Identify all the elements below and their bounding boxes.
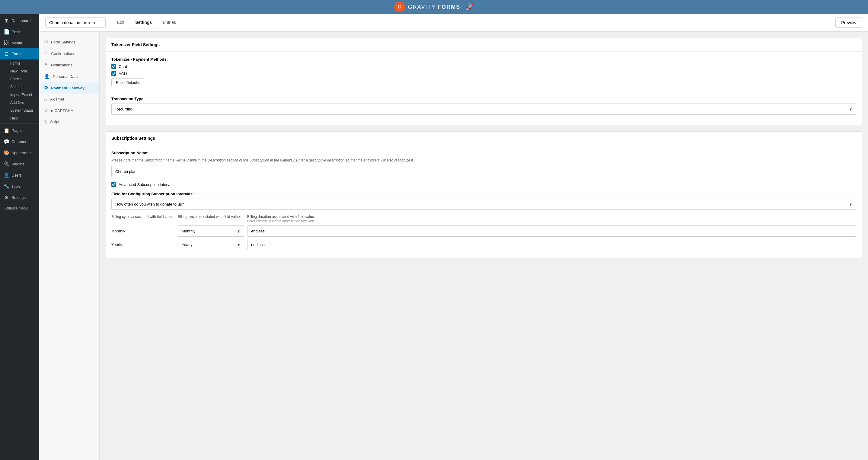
form-selector[interactable]: Church donation form ▼ (45, 18, 105, 28)
tab-entries[interactable]: Entries (157, 17, 181, 28)
ach-label: ACH (119, 71, 127, 76)
nav-form-settings[interactable]: ⚙ Form Settings (39, 36, 99, 48)
advanced-intervals-checkbox[interactable] (112, 182, 116, 187)
tools-icon: 🔧 (4, 184, 9, 189)
billing-cycle-yearly-select[interactable]: Monthly Yearly Weekly Daily (178, 239, 244, 250)
billing-cycle-monthly-select[interactable]: Monthly Yearly Weekly Daily (178, 225, 244, 237)
sidebar-item-forms-forms[interactable]: Forms (7, 59, 39, 67)
card-checkbox-row: Card (112, 64, 856, 69)
sidebar-item-label: Appearance (11, 151, 33, 155)
content-area: Church donation form ▼ Edit Settings Ent… (39, 14, 868, 460)
advanced-intervals-label: Advanced Subscription intervals (119, 182, 175, 187)
reset-defaults-button[interactable]: Reset Defaults (112, 79, 144, 87)
nav-label: Personal Data (53, 74, 78, 79)
transaction-type-wrapper: Recurring One-time ▼ (112, 103, 856, 115)
settings-wp-icon: ⚙ (4, 195, 9, 201)
sidebar-item-label: Tools (11, 184, 21, 189)
card-checkbox[interactable] (112, 64, 116, 69)
preview-button[interactable]: Preview (835, 18, 862, 28)
nav-label: Notifications (51, 63, 72, 67)
sidebar-item-label: Plugins (11, 162, 25, 166)
nav-label: Form Settings (51, 40, 75, 44)
interval-row-monthly: Monthly Monthly Yearly Weekly Daily ▼ (112, 225, 856, 237)
sidebar-item-label: Posts (11, 30, 22, 34)
forms-submenu: Forms New Form Entries Settings Import/E… (0, 59, 39, 122)
field-config-label: Field for Configuring Subscription inter… (112, 192, 856, 196)
recaptcha-icon: ↺ (44, 108, 48, 113)
sidebar: ⊞ Dashboard 📄 Posts 🖼 Media ⊟ Forms Form… (0, 14, 39, 460)
transaction-type-select[interactable]: Recurring One-time (112, 103, 856, 115)
sidebar-item-users[interactable]: 👤 Users (0, 170, 39, 181)
billing-col1-header: Billing cycle associated with field valu… (112, 215, 175, 223)
billing-cycle-yearly-wrapper: Monthly Yearly Weekly Daily ▼ (178, 239, 244, 250)
sidebar-item-label: Forms (11, 52, 23, 56)
tokenizer-panel-body: Tokenizer - Payment Methods: Card ACH Re… (106, 52, 862, 125)
interval-field-value-yearly: Yearly (112, 240, 175, 249)
sidebar-item-pages[interactable]: 📋 Pages (0, 125, 39, 136)
sidebar-item-appearance[interactable]: 🎨 Appearance (0, 147, 39, 158)
sidebar-item-plugins[interactable]: 🔌 Plugins (0, 158, 39, 170)
transaction-type-label: Transaction Type: (112, 97, 856, 101)
nav-personal-data[interactable]: 👤 Personal Data (39, 71, 99, 82)
settings-nav: ⚙ Form Settings ✓ Confirmations ⚑ Notifi… (39, 32, 100, 460)
sidebar-item-new-form[interactable]: New Form (7, 67, 39, 75)
subscription-panel: Subscription Settings Subscription Name:… (105, 131, 862, 258)
submenu-label: System Status (10, 109, 33, 113)
ach-checkbox[interactable] (112, 71, 116, 76)
submenu-label: Import/Export (10, 93, 32, 97)
nav-label: Akismet (50, 97, 64, 101)
nav-akismet[interactable]: A Akismet (39, 94, 99, 105)
nav-notifications[interactable]: ⚑ Notifications (39, 59, 99, 71)
tab-edit[interactable]: Edit (112, 17, 130, 28)
form-name: Church donation form (49, 20, 90, 25)
sidebar-item-settings[interactable]: Settings (7, 83, 39, 91)
sidebar-item-comments[interactable]: 💬 Comments (0, 136, 39, 147)
ach-checkbox-row: ACH (112, 71, 856, 76)
form-tabs: Edit Settings Entries (112, 17, 181, 28)
sidebar-item-help[interactable]: Help (7, 114, 39, 122)
nav-stripe[interactable]: S Stripe (39, 116, 99, 127)
submenu-label: Settings (10, 85, 23, 89)
comments-icon: 💬 (4, 139, 9, 145)
field-config-select[interactable]: How often do you wish to donate to us? (112, 198, 856, 210)
sidebar-item-media[interactable]: 🖼 Media (0, 37, 39, 48)
nav-label: Stripe (50, 120, 60, 124)
subscription-panel-header: Subscription Settings (106, 132, 862, 145)
sidebar-item-forms[interactable]: ⊟ Forms (0, 48, 39, 59)
sidebar-item-tools[interactable]: 🔧 Tools (0, 181, 39, 192)
sidebar-item-posts[interactable]: 📄 Posts (0, 26, 39, 37)
sidebar-item-import-export[interactable]: Import/Export (7, 91, 39, 99)
sidebar-item-addons[interactable]: Add-Ons (7, 99, 39, 106)
nav-confirmations[interactable]: ✓ Confirmations (39, 48, 99, 59)
payment-methods-row: Tokenizer - Payment Methods: Card ACH Re… (112, 57, 856, 92)
tab-settings[interactable]: Settings (130, 17, 157, 28)
logo-icon: G (394, 1, 405, 12)
nav-label: Payment Gateway (51, 86, 85, 90)
sidebar-item-label: Dashboard (11, 19, 31, 23)
sidebar-section-other: 📋 Pages 💬 Comments 🎨 Appearance 🔌 Plugin… (0, 123, 39, 203)
interval-row-yearly: Yearly Monthly Yearly Weekly Daily ▼ (112, 239, 856, 250)
collapse-menu[interactable]: Collapse menu (0, 203, 39, 213)
subscription-name-row: Subscription Name: Please note that the … (112, 151, 856, 177)
forms-icon: ⊟ (4, 51, 9, 57)
duration-yearly-input[interactable] (247, 239, 856, 250)
submenu-label: Entries (10, 77, 22, 81)
sidebar-item-label: Media (11, 41, 22, 45)
subscription-name-input[interactable] (112, 166, 856, 177)
media-icon: 🖼 (4, 40, 9, 45)
intervals-header: Billing cycle associated with field valu… (112, 215, 856, 223)
sidebar-item-entries[interactable]: Entries (7, 75, 39, 83)
sidebar-item-system-status[interactable]: System Status (7, 106, 39, 114)
nav-payment-gateway[interactable]: ⚙ Payment Gateway (39, 82, 99, 94)
sidebar-item-settings-wp[interactable]: ⚙ Settings (0, 192, 39, 203)
notifications-icon: ⚑ (44, 62, 48, 68)
field-config-row: Field for Configuring Subscription inter… (112, 192, 856, 210)
sidebar-item-label: Comments (11, 140, 30, 144)
logo-text: GRAVITY FORMS (408, 4, 460, 10)
billing-cycle-monthly-wrapper: Monthly Yearly Weekly Daily ▼ (178, 225, 244, 237)
duration-monthly-input[interactable] (247, 225, 856, 237)
nav-recaptcha[interactable]: ↺ reCAPTCHA (39, 105, 99, 116)
chevron-down-icon: ▼ (92, 20, 97, 25)
sidebar-item-dashboard[interactable]: ⊞ Dashboard (0, 15, 39, 26)
card-label: Card (119, 64, 127, 69)
